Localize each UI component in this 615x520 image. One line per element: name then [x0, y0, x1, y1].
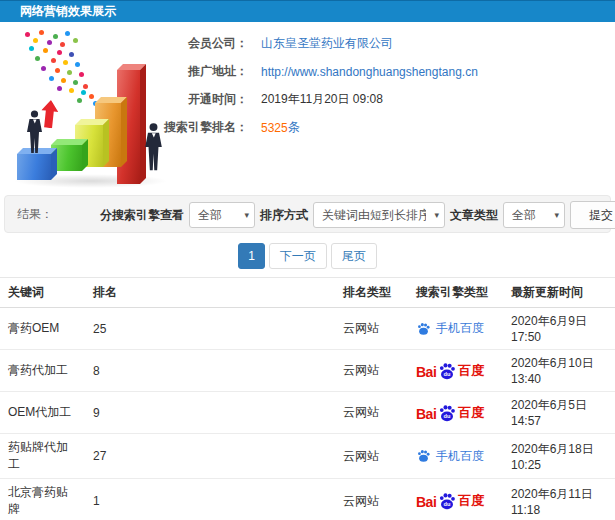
baidu-logo: Bai du 百度 — [416, 404, 484, 422]
baidu-logo: Bai du 百度 — [416, 362, 484, 380]
header-rank: 排名 — [85, 278, 335, 308]
rank-link[interactable]: 25 — [85, 308, 335, 350]
baidu-logo-bai: Bai — [416, 494, 436, 510]
sort-select[interactable]: 关键词由短到长排序 — [313, 202, 445, 228]
rank-type-cell: 云网站 — [335, 350, 408, 392]
table-row: 药贴牌代加工 27 云网站 手机百度 — [0, 434, 615, 479]
company-link[interactable]: 山东皇圣堂药业有限公司 — [261, 35, 393, 52]
table-body: 膏药OEM 25 云网站 手机百度 — [0, 308, 615, 520]
info-row-company: 会员公司： 山东皇圣堂药业有限公司 — [150, 34, 478, 53]
baidu-logo: Bai du 百度 — [416, 492, 484, 510]
keyword-cell: 药贴牌代加工 — [0, 434, 85, 479]
promo-url-label: 推广地址： — [150, 63, 248, 80]
filter-bar: 结果： 分搜索引擎查看 全部 排序方式 关键词由短到长排序 文章类型 全部 提交 — [4, 195, 611, 233]
filter-controls: 分搜索引擎查看 全部 排序方式 关键词由短到长排序 文章类型 全部 提交 — [100, 201, 615, 229]
page-title: 网络营销效果展示 — [20, 1, 116, 22]
rank-type-cell: 云网站 — [335, 392, 408, 434]
open-time-label: 开通时间： — [150, 91, 248, 108]
businessman-right-icon — [143, 122, 164, 172]
company-label: 会员公司： — [150, 35, 248, 52]
engine-cell: 手机百度 Bai du 百度 — [408, 392, 503, 434]
info-row-url: 推广地址： http://www.shandonghuangshengtang.… — [150, 62, 478, 81]
mobile-baidu-logo: 手机百度 — [416, 448, 484, 465]
table-row: OEM代加工 9 云网站 手机百度 — [0, 392, 615, 434]
rank-type-cell: 云网站 — [335, 434, 408, 479]
svg-text:du: du — [444, 413, 451, 419]
last-page-button[interactable]: 尾页 — [331, 243, 377, 269]
baidu-logo-cn: 百度 — [458, 362, 484, 380]
next-page-button[interactable]: 下一页 — [269, 243, 327, 269]
header-updated: 最新更新时间 — [503, 278, 615, 308]
table-row: 北京膏药贴牌 1 云网站 手机百度 — [0, 479, 615, 520]
article-select-wrap: 全部 — [503, 202, 565, 228]
baidu-logo-cn: 百度 — [458, 404, 484, 422]
engine-cell: 手机百度 Bai du 百度 — [408, 350, 503, 392]
header-bar: 网络营销效果展示 — [0, 0, 615, 22]
rank-type-cell: 云网站 — [335, 308, 408, 350]
updated-cell: 2020年6月5日 14:57 — [503, 392, 615, 434]
rank-link[interactable]: 9 — [85, 392, 335, 434]
rank-count-label: 搜索引擎排名： — [150, 119, 248, 136]
pagination: 1 下一页 尾页 — [0, 243, 615, 269]
account-info: 会员公司： 山东皇圣堂药业有限公司 推广地址： http://www.shand… — [150, 34, 478, 146]
rank-count-number: 5325 — [261, 121, 288, 135]
baidu-logo-cn: 百度 — [458, 492, 484, 510]
submit-button[interactable]: 提交 — [570, 201, 615, 229]
article-type-label: 文章类型 — [450, 207, 498, 224]
bar-blue — [17, 154, 51, 180]
result-label: 结果： — [17, 196, 53, 232]
confetti-graphic — [5, 28, 10, 33]
table-row: 膏药OEM 25 云网站 手机百度 — [0, 308, 615, 350]
engine-cell: 手机百度 Bai du 百度 — [408, 308, 503, 350]
baidu-paw-icon — [416, 322, 431, 336]
rank-type-cell: 云网站 — [335, 479, 408, 520]
baidu-paw-du-icon: du — [437, 362, 457, 380]
article-type-select[interactable]: 全部 — [503, 202, 565, 228]
mobile-baidu-label: 手机百度 — [436, 448, 484, 465]
page: 网络营销效果展示 会员公司： 山东皇圣堂药业有限公司 推广地址： — [0, 0, 615, 520]
engine-cell: 手机百度 Bai du 百度 — [408, 434, 503, 479]
baidu-logo-bai: Bai — [416, 406, 436, 422]
engine-filter-label: 分搜索引擎查看 — [100, 207, 184, 224]
rank-link[interactable]: 8 — [85, 350, 335, 392]
keyword-cell: 北京膏药贴牌 — [0, 479, 85, 520]
header-keyword: 关键词 — [0, 278, 85, 308]
rank-link[interactable]: 27 — [85, 434, 335, 479]
baidu-logo-bai: Bai — [416, 364, 436, 380]
open-time-value: 2019年11月20日 09:08 — [261, 91, 383, 108]
sort-select-wrap: 关键词由短到长排序 — [313, 202, 445, 228]
promo-url-link[interactable]: http://www.shandonghuangshengtang.cn — [261, 65, 478, 79]
rank-link[interactable]: 1 — [85, 479, 335, 520]
svg-text:du: du — [444, 501, 451, 507]
svg-text:du: du — [444, 371, 451, 377]
baidu-paw-du-icon: du — [437, 492, 457, 510]
page-1-button[interactable]: 1 — [238, 243, 265, 269]
engine-select[interactable]: 全部 — [189, 202, 255, 228]
updated-cell: 2020年6月9日 17:50 — [503, 308, 615, 350]
keyword-cell: OEM代加工 — [0, 392, 85, 434]
rank-count-suffix: 条 — [288, 119, 300, 136]
info-row-open-time: 开通时间： 2019年11月20日 09:08 — [150, 90, 478, 109]
baidu-paw-du-icon: du — [437, 404, 457, 422]
table-header-row: 关键词 排名 排名类型 搜索引擎类型 最新更新时间 — [0, 278, 615, 308]
businessman-left-icon — [25, 110, 44, 154]
mobile-baidu-logo: 手机百度 — [416, 320, 484, 337]
sort-filter-label: 排序方式 — [260, 207, 308, 224]
updated-cell: 2020年6月10日 13:40 — [503, 350, 615, 392]
keyword-cell: 膏药代加工 — [0, 350, 85, 392]
results-table: 关键词 排名 排名类型 搜索引擎类型 最新更新时间 膏药OEM 25 云网站 — [0, 277, 615, 520]
header-engine-type: 搜索引擎类型 — [408, 278, 503, 308]
keyword-cell: 膏药OEM — [0, 308, 85, 350]
baidu-paw-icon — [416, 449, 431, 463]
info-row-rank-count: 搜索引擎排名： 5325 条 — [150, 118, 478, 137]
engine-cell: 手机百度 Bai du 百度 — [408, 479, 503, 520]
header-rank-type: 排名类型 — [335, 278, 408, 308]
updated-cell: 2020年6月18日 10:25 — [503, 434, 615, 479]
mobile-baidu-label: 手机百度 — [436, 320, 484, 337]
table-row: 膏药代加工 8 云网站 手机百度 — [0, 350, 615, 392]
updated-cell: 2020年6月11日 11:18 — [503, 479, 615, 520]
engine-select-wrap: 全部 — [189, 202, 255, 228]
